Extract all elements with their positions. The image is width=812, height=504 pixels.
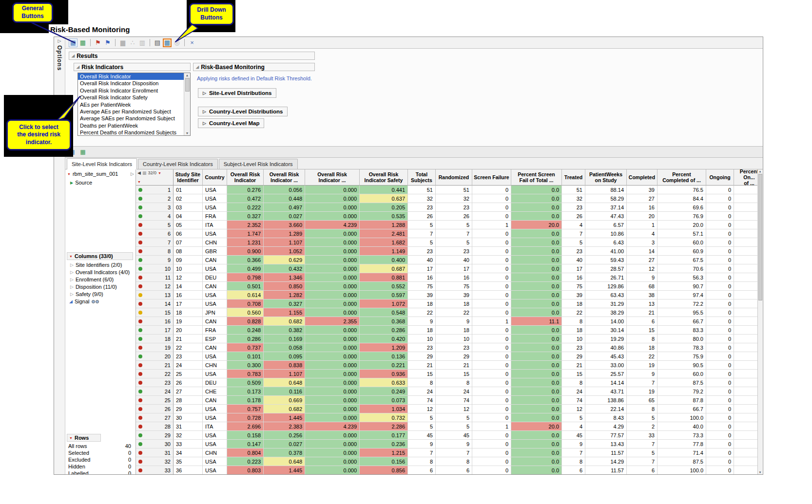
panel-expand-icon[interactable]: ▷ (131, 171, 134, 176)
cell[interactable]: 0.0 (511, 405, 562, 413)
row-header[interactable]: 24 (136, 387, 174, 396)
risk-indicator-option-percent-deaths-of-randomized-subjects[interactable]: Percent Deaths of Randomized Subjects (78, 129, 184, 135)
cell[interactable]: 0.0 (511, 308, 562, 317)
cell[interactable]: 16 (174, 291, 203, 299)
cell[interactable]: 0.0 (511, 361, 562, 370)
cell[interactable]: 0.497 (264, 203, 305, 212)
cell[interactable]: 0.535 (360, 212, 408, 221)
cell[interactable]: 40 (562, 256, 585, 264)
cell[interactable]: 87.8 (657, 396, 706, 405)
cell[interactable]: 56.3 (657, 273, 706, 282)
cell[interactable]: ITA (203, 422, 227, 431)
cell[interactable]: 1.072 (360, 299, 408, 308)
cell[interactable]: 0.472 (227, 194, 264, 203)
row-header[interactable]: 25 (136, 396, 174, 405)
cell[interactable]: 0.850 (264, 282, 305, 291)
cell[interactable]: 22 (408, 308, 436, 317)
cell[interactable]: 23 (562, 343, 585, 352)
scatterplot-icon[interactable]: ∴ (128, 38, 137, 47)
cell[interactable]: 23 (562, 247, 585, 256)
cell[interactable]: 0.173 (227, 387, 264, 396)
cell[interactable]: 0.300 (227, 361, 264, 370)
cell[interactable]: 0 (706, 448, 734, 457)
cell[interactable]: 80.0 (657, 335, 706, 343)
cell[interactable]: USA (203, 466, 227, 474)
cell[interactable]: 0.0 (511, 378, 562, 387)
cell[interactable]: 27 (627, 256, 657, 264)
column-group-safety-9-0[interactable]: ▷Safety (9/0) (70, 291, 103, 298)
cell[interactable] (734, 405, 757, 413)
cell[interactable]: 26 (436, 212, 472, 221)
cell[interactable]: 0 (706, 317, 734, 326)
cell[interactable]: USA (203, 457, 227, 466)
cell[interactable]: 1.034 (360, 405, 408, 413)
cell[interactable]: 8 (408, 378, 436, 387)
column-header-10[interactable]: Treated (562, 169, 585, 186)
column-header-12[interactable]: Completed (627, 169, 657, 186)
cell[interactable]: 4 (627, 229, 657, 238)
list-scrollbar[interactable]: ▲ ▼ (184, 73, 190, 135)
rbm-outline[interactable]: ◢ Risk-Based Monitoring (193, 63, 315, 71)
cell[interactable]: 40 (408, 256, 436, 264)
cell[interactable]: 0 (706, 343, 734, 352)
columns-menu-icon[interactable]: ▼ (158, 171, 161, 175)
cell[interactable]: 28.57 (585, 264, 627, 273)
cell[interactable]: 0.0 (511, 387, 562, 396)
cell[interactable]: 0 (472, 343, 511, 352)
cell[interactable]: 0.633 (360, 378, 408, 387)
cell[interactable]: 0.432 (264, 264, 305, 273)
cell[interactable]: 0.614 (227, 291, 264, 299)
cell[interactable]: 21 (562, 361, 585, 370)
cell[interactable]: 0.000 (305, 335, 360, 343)
cell[interactable]: 0.286 (227, 335, 264, 343)
row-header[interactable]: 5 (136, 221, 174, 229)
cell[interactable]: 20.0 (511, 221, 562, 229)
row-header[interactable]: 17 (136, 326, 174, 335)
cell[interactable]: 19 (627, 361, 657, 370)
cell[interactable]: 0 (706, 186, 734, 194)
cell[interactable]: 0.0 (511, 203, 562, 212)
cell[interactable]: 11.57 (585, 448, 627, 457)
cell[interactable]: 9 (627, 370, 657, 378)
cell[interactable]: 8 (436, 457, 472, 466)
cell[interactable]: USA (203, 440, 227, 448)
cell[interactable]: 4.239 (305, 221, 360, 229)
cell[interactable]: 71.4 (657, 448, 706, 457)
cell[interactable]: 8 (408, 457, 436, 466)
cell[interactable]: 15 (627, 326, 657, 335)
cell[interactable]: 51 (408, 186, 436, 194)
cell[interactable]: 9 (436, 440, 472, 448)
cell[interactable]: 18 (627, 343, 657, 352)
column-header-2[interactable]: Overall Risk Indicator (227, 169, 264, 186)
tab-country-level-risk-indicators[interactable]: Country-Level Risk Indicators (138, 159, 218, 169)
cell[interactable]: 5 (436, 422, 472, 431)
cell[interactable]: 22 (562, 308, 585, 317)
row-header[interactable]: 26 (136, 405, 174, 413)
cell[interactable]: 95.5 (657, 308, 706, 317)
cell[interactable]: 1.445 (264, 413, 305, 422)
cell[interactable]: 0 (472, 440, 511, 448)
cell[interactable]: 3.660 (264, 221, 305, 229)
cell[interactable]: 23 (408, 247, 436, 256)
cell[interactable]: 01 (174, 186, 203, 194)
cell[interactable]: 0.0 (511, 194, 562, 203)
cell[interactable]: 0 (706, 256, 734, 264)
cell[interactable]: 0.856 (360, 466, 408, 474)
cell[interactable]: 45 (408, 431, 436, 440)
cell[interactable]: 12 (436, 405, 472, 413)
cell[interactable]: 21 (408, 361, 436, 370)
cell[interactable]: 35 (174, 457, 203, 466)
cell[interactable]: 9 (408, 440, 436, 448)
cell[interactable] (734, 212, 757, 221)
cell[interactable]: 0.327 (227, 212, 264, 221)
cell[interactable]: 0.000 (305, 396, 360, 405)
cell[interactable]: 18 (562, 326, 585, 335)
cell[interactable]: 5 (408, 221, 436, 229)
collapse-icon[interactable]: ◢ (196, 65, 199, 69)
cell[interactable]: 0.177 (360, 431, 408, 440)
cell[interactable]: 1 (627, 221, 657, 229)
save-data-table-icon[interactable]: ▦ (78, 38, 87, 47)
cell[interactable]: 33.00 (585, 361, 627, 370)
chart-icon[interactable]: ▥ (138, 38, 147, 47)
row-header[interactable]: 20 (136, 352, 174, 361)
